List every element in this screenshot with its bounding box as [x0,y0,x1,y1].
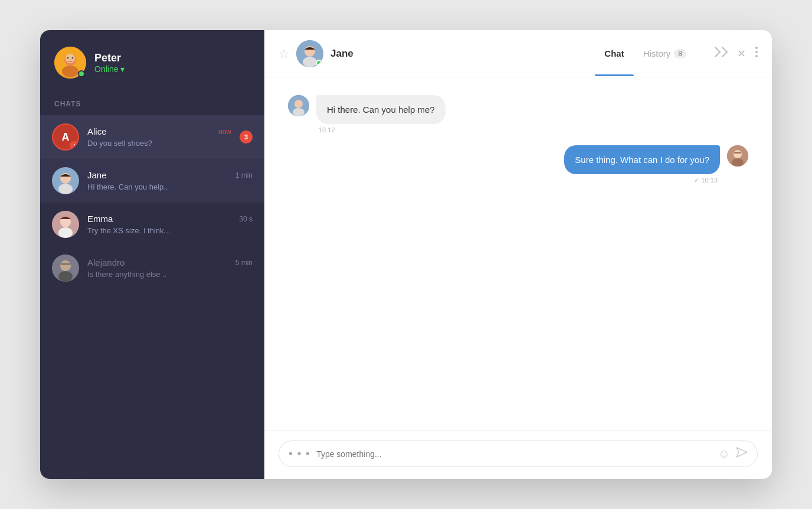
message-agent-avatar [727,145,748,167]
svg-point-14 [58,271,73,282]
chat-tabs: Chat History 8 [595,44,696,63]
message-group-incoming: Hi there. Can you help me? 10:12 [316,95,446,133]
alice-unread-badge: 3 [240,130,253,143]
message-sender-avatar [288,95,309,116]
svg-point-24 [294,100,303,108]
emma-time: 30 s [239,215,253,223]
emma-avatar [52,211,79,238]
message-bubble-incoming: Hi there. Can you help me? [316,95,446,124]
svg-point-27 [734,150,742,158]
sidebar: Peter Online ▾ CHATS A ! Alice now [40,30,264,479]
svg-point-2 [62,66,78,77]
message-row-outgoing: Sure thing. What can I do for you? ✓ 10:… [564,145,748,184]
alejandro-chat-content: Alejandro 5 min Is there anything else .… [87,257,253,279]
history-count-badge: 8 [674,49,686,58]
user-info: Peter Online ▾ [94,52,125,74]
alert-icon: ! [70,141,79,151]
svg-point-8 [58,184,73,194]
svg-point-5 [72,57,74,59]
chat-item-emma[interactable]: Emma 30 s Try the XS size. I think... [40,203,264,246]
alice-time: now [218,128,231,136]
sidebar-header: Peter Online ▾ [40,30,264,95]
emoji-icon[interactable]: ☺ [718,447,730,461]
user-status: Online ▾ [94,64,125,74]
alejandro-preview: Is there anything else .. [87,270,205,279]
user-avatar-wrapper [54,47,86,79]
send-icon[interactable] [736,447,748,461]
contact-name: Jane [330,48,353,60]
username: Peter [94,52,125,64]
svg-point-15 [60,260,71,271]
svg-point-22 [755,55,758,57]
message-row-incoming: Hi there. Can you help me? 10:12 [288,95,748,133]
svg-rect-29 [734,152,741,154]
svg-point-21 [755,51,758,53]
chats-section-label: CHATS [40,95,264,115]
star-icon[interactable]: ☆ [279,47,289,61]
header-contact-avatar [296,40,323,67]
svg-point-20 [755,47,758,49]
close-icon[interactable]: ✕ [737,47,746,60]
svg-point-25 [293,108,304,116]
chat-item-alice[interactable]: A ! Alice now Do you sell shoes? 3 [40,115,264,159]
chat-header: ☆ Jane Chat History 8 [264,30,772,77]
message-input[interactable] [316,449,712,459]
chat-list: A ! Alice now Do you sell shoes? 3 [40,115,264,290]
message-time-incoming: 10:12 [316,126,446,133]
tab-history[interactable]: History 8 [634,44,696,63]
header-actions: ✕ [715,47,758,60]
alice-chat-content: Alice now Do you sell shoes? [87,126,231,148]
alice-name: Alice [87,126,107,136]
chat-item-jane[interactable]: Jane 1 min Hi there. Can you help.. [40,159,264,203]
svg-point-4 [67,57,69,59]
svg-point-19 [303,57,317,67]
forward-icon[interactable] [715,47,728,60]
message-bubble-outgoing: Sure thing. What can I do for you? [564,145,720,174]
alice-preview: Do you sell shoes? [87,139,205,148]
jane-avatar [52,167,79,194]
contact-online-dot [316,60,322,66]
emma-chat-content: Emma 30 s Try the XS size. I think... [87,214,253,235]
main-chat: ☆ Jane Chat History 8 [264,30,772,479]
app-container: Peter Online ▾ CHATS A ! Alice now [40,30,772,479]
message-time-outgoing: ✓ 10:13 [692,177,720,184]
emma-preview: Try the XS size. I think... [87,226,205,235]
dots-icon[interactable]: • • • [289,447,310,461]
emma-name: Emma [87,214,113,224]
alejandro-name: Alejandro [87,257,125,267]
tab-chat[interactable]: Chat [595,44,633,63]
svg-point-11 [58,227,73,238]
svg-point-28 [732,158,744,167]
jane-preview: Hi there. Can you help.. [87,182,205,191]
message-group-outgoing: Sure thing. What can I do for you? ✓ 10:… [564,145,720,184]
alejandro-time: 5 min [235,259,253,267]
online-indicator [78,70,85,77]
input-box: • • • ☺ [279,441,758,467]
more-options-icon[interactable] [755,47,758,60]
alice-avatar: A ! [52,123,79,151]
svg-rect-16 [60,263,71,265]
alejandro-avatar [52,255,79,282]
jane-chat-content: Jane 1 min Hi there. Can you help.. [87,170,253,191]
jane-time: 1 min [235,171,253,180]
jane-name: Jane [87,170,107,180]
messages-area: Hi there. Can you help me? 10:12 [264,77,772,430]
chat-item-alejandro[interactable]: Alejandro 5 min Is there anything else .… [40,246,264,290]
chat-input-area: • • • ☺ [264,430,772,479]
